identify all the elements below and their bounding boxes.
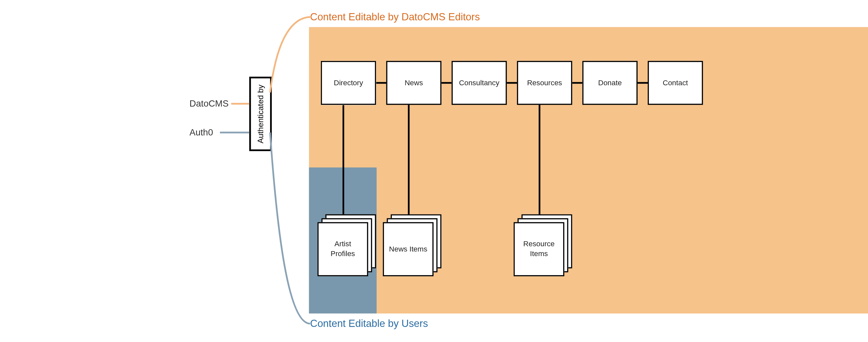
- label-resources: Resources: [527, 78, 562, 88]
- label-authenticated-by: Authenticated by: [256, 85, 265, 143]
- stack-front-page: Artist Profiles: [317, 222, 368, 276]
- label-directory: Directory: [334, 78, 363, 88]
- heading-editors-region: Content Editable by DatoCMS Editors: [310, 11, 480, 23]
- heading-users-region: Content Editable by Users: [310, 318, 428, 330]
- label-contact: Contact: [663, 78, 688, 88]
- diagram-canvas: Content Editable by DatoCMS Editors Cont…: [182, 0, 868, 342]
- label-auth0: Auth0: [189, 128, 213, 138]
- label-news-items: News Items: [389, 244, 428, 254]
- box-consultancy: Consultancy: [452, 61, 507, 105]
- stack-resource-items: Resource Items: [514, 214, 576, 276]
- stack-news-items: News Items: [383, 214, 445, 276]
- box-news: News: [386, 61, 441, 105]
- label-news: News: [404, 78, 423, 88]
- curve-authbox-to-users-region: [270, 132, 310, 324]
- label-consultancy: Consultancy: [459, 78, 499, 88]
- stack-artist-profiles: Artist Profiles: [317, 214, 379, 276]
- label-artist-profiles: Artist Profiles: [322, 240, 364, 259]
- box-donate: Donate: [583, 61, 638, 105]
- label-resource-items: Resource Items: [518, 240, 560, 259]
- curve-authbox-to-editors-region: [270, 17, 311, 92]
- box-contact: Contact: [648, 61, 703, 105]
- label-donate: Donate: [598, 78, 622, 88]
- stack-front-page: Resource Items: [514, 222, 564, 276]
- label-datocms: DatoCMS: [189, 99, 228, 109]
- box-directory: Directory: [321, 61, 376, 105]
- stack-front-page: News Items: [383, 222, 434, 276]
- box-authenticated-by: Authenticated by: [249, 77, 272, 151]
- box-resources: Resources: [517, 61, 572, 105]
